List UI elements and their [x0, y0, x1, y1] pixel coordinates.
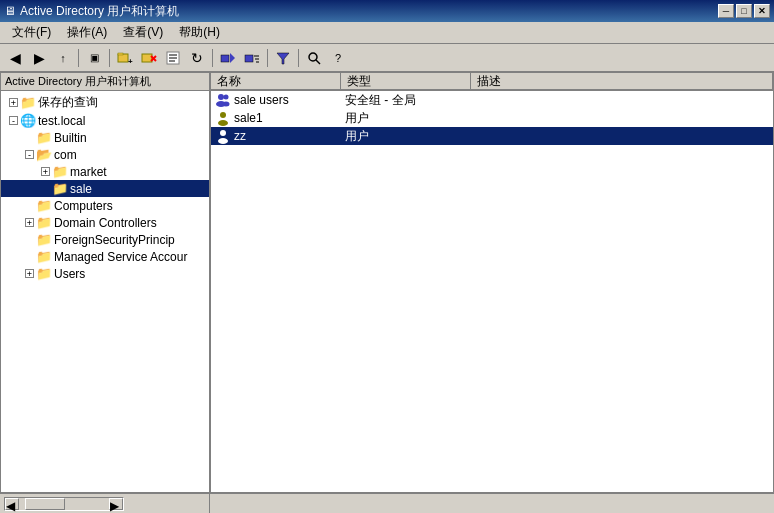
svg-rect-10 [221, 55, 229, 62]
tree-item-sale[interactable]: 📁 sale [1, 180, 209, 197]
folder-icon-computers: 📁 [36, 198, 52, 213]
expand-placeholder-fsp [25, 235, 34, 244]
tree-label-computers: Computers [54, 199, 113, 213]
list-header: 名称 类型 描述 [211, 73, 773, 91]
up-button[interactable]: ↑ [52, 47, 74, 69]
name-sale-users: sale users [234, 93, 289, 107]
properties-button[interactable] [162, 47, 184, 69]
type-sale1: 用户 [345, 110, 475, 127]
forward-button[interactable]: ▶ [28, 47, 50, 69]
menu-file[interactable]: 文件(F) [4, 22, 59, 43]
scroll-thumb-right[interactable]: ▶ [109, 498, 123, 510]
title-bar-text: 🖥 Active Directory 用户和计算机 [4, 3, 179, 20]
tree-label-foreign-security: ForeignSecurityPrincip [54, 233, 175, 247]
svg-point-25 [220, 130, 226, 136]
toolbar-separator-2 [109, 49, 110, 67]
tree-label-domain-controllers: Domain Controllers [54, 216, 157, 230]
menu-bar: 文件(F) 操作(A) 查看(V) 帮助(H) [0, 22, 774, 44]
tree-label-saved-queries: 保存的查询 [38, 94, 98, 111]
user-icon-zz [215, 128, 231, 144]
svg-rect-12 [245, 55, 253, 62]
scroll-thumb[interactable] [25, 498, 65, 510]
minimize-button[interactable]: ─ [718, 4, 734, 18]
svg-rect-1 [118, 53, 123, 55]
svg-point-22 [223, 102, 230, 107]
title-bar: 🖥 Active Directory 用户和计算机 ─ □ ✕ [0, 0, 774, 22]
menu-view[interactable]: 查看(V) [115, 22, 171, 43]
tree-item-test-local[interactable]: - 🌐 test.local [1, 112, 209, 129]
expand-saved-queries[interactable]: + [9, 98, 18, 107]
bottom-left: ◀ ▶ [0, 494, 210, 513]
main-area: Active Directory 用户和计算机 + 📁 保存的查询 - 🌐 te… [0, 72, 774, 493]
tree-item-com[interactable]: - 📂 com [1, 146, 209, 163]
name-sale1: sale1 [234, 111, 263, 125]
move-button[interactable] [217, 47, 239, 69]
tree-label-builtin: Builtin [54, 131, 87, 145]
list-cell-name-sale-users: sale users [215, 92, 345, 108]
folder-icon-builtin: 📁 [36, 130, 52, 145]
group-icon-sale-users [215, 92, 231, 108]
search-button[interactable] [303, 47, 325, 69]
status-text-area [210, 494, 774, 513]
col-header-type[interactable]: 类型 [341, 73, 471, 89]
toolbar: ◀ ▶ ↑ ▣ + ↻ [0, 44, 774, 72]
svg-rect-3 [142, 54, 152, 62]
expand-users[interactable]: + [25, 269, 34, 278]
svg-point-19 [218, 94, 224, 100]
new-object-button[interactable]: + [114, 47, 136, 69]
expand-test-local[interactable]: - [9, 116, 18, 125]
refresh-button[interactable]: ↻ [186, 47, 208, 69]
expand-com[interactable]: - [25, 150, 34, 159]
tree-item-domain-controllers[interactable]: + 📁 Domain Controllers [1, 214, 209, 231]
expand-domain-controllers[interactable]: + [25, 218, 34, 227]
list-row-sale-users[interactable]: sale users 安全组 - 全局 [211, 91, 773, 109]
tree-item-computers[interactable]: 📁 Computers [1, 197, 209, 214]
tree-item-saved-queries[interactable]: + 📁 保存的查询 [1, 93, 209, 112]
tree-item-foreign-security[interactable]: 📁 ForeignSecurityPrincip [1, 231, 209, 248]
expand-placeholder-computers [25, 201, 34, 210]
col-header-desc[interactable]: 描述 [471, 73, 773, 89]
tree-item-market[interactable]: + 📁 market [1, 163, 209, 180]
tree-header-text: Active Directory 用户和计算机 [5, 74, 151, 89]
list-content: sale users 安全组 - 全局 sale1 用户 [211, 91, 773, 492]
svg-point-17 [309, 53, 317, 61]
tree-content: + 📁 保存的查询 - 🌐 test.local 📁 Builtin [1, 91, 209, 284]
svg-marker-11 [230, 53, 235, 63]
close-button[interactable]: ✕ [754, 4, 770, 18]
filter2-button[interactable] [241, 47, 263, 69]
user-icon-sale1 [215, 110, 231, 126]
delete-button[interactable] [138, 47, 160, 69]
maximize-button[interactable]: □ [736, 4, 752, 18]
tree-item-builtin[interactable]: 📁 Builtin [1, 129, 209, 146]
list-row-zz[interactable]: zz 用户 [211, 127, 773, 145]
right-panel: 名称 类型 描述 sale users [211, 73, 773, 492]
scroll-thumb-left[interactable]: ◀ [5, 498, 19, 510]
folder-icon-dc: 📁 [36, 215, 52, 230]
menu-action[interactable]: 操作(A) [59, 22, 115, 43]
type-sale-users: 安全组 - 全局 [345, 92, 475, 109]
expand-market[interactable]: + [41, 167, 50, 176]
folder-icon-com: 📂 [36, 147, 52, 162]
tree-label-com: com [54, 148, 77, 162]
bottom-bar: ◀ ▶ [0, 493, 774, 513]
list-cell-name-zz: zz [215, 128, 345, 144]
window-title: Active Directory 用户和计算机 [20, 3, 179, 20]
scroll-track[interactable]: ◀ ▶ [4, 497, 124, 511]
svg-text:+: + [128, 57, 133, 66]
folder-icon-sale: 📁 [52, 181, 68, 196]
filter-button[interactable] [272, 47, 294, 69]
help-button[interactable]: ? [327, 47, 349, 69]
name-zz: zz [234, 129, 246, 143]
back-button[interactable]: ◀ [4, 47, 26, 69]
show-hide-button[interactable]: ▣ [83, 47, 105, 69]
title-icon: 🖥 [4, 4, 16, 18]
tree-label-users: Users [54, 267, 85, 281]
menu-help[interactable]: 帮助(H) [171, 22, 228, 43]
toolbar-separator-3 [212, 49, 213, 67]
list-row-sale1[interactable]: sale1 用户 [211, 109, 773, 127]
tree-label-managed-service: Managed Service Accour [54, 250, 187, 264]
folder-icon-msa: 📁 [36, 249, 52, 264]
tree-item-managed-service[interactable]: 📁 Managed Service Accour [1, 248, 209, 265]
col-header-name[interactable]: 名称 [211, 73, 341, 89]
tree-item-users[interactable]: + 📁 Users [1, 265, 209, 282]
